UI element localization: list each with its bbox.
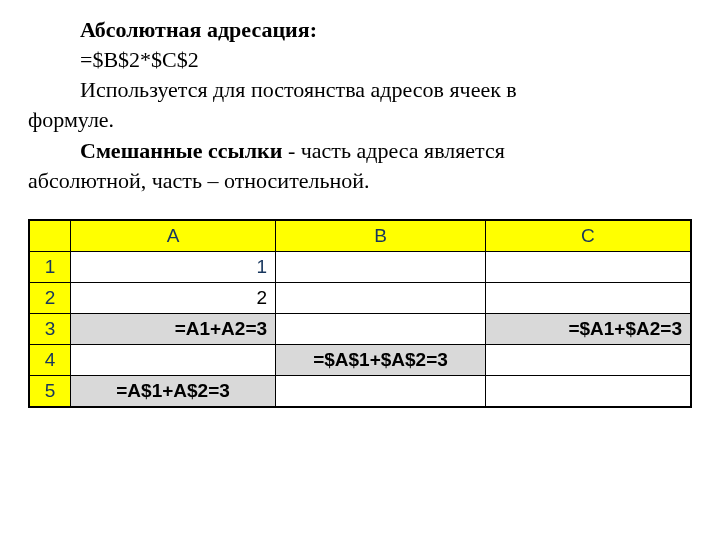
cell-A5: =A$1+A$2=3 xyxy=(71,375,276,406)
cell-C5 xyxy=(485,375,690,406)
row-header-1: 1 xyxy=(30,251,71,282)
cell-C4 xyxy=(485,344,690,375)
corner-cell xyxy=(30,220,71,251)
cell-B3 xyxy=(276,313,486,344)
cell-C1 xyxy=(485,251,690,282)
row-header-5: 5 xyxy=(30,375,71,406)
header-row: A B C xyxy=(30,220,691,251)
sample-formula: =$B$2*$C$2 xyxy=(28,46,692,74)
row-4: 4 =$A$1+$A$2=3 xyxy=(30,344,691,375)
cell-A2: 2 xyxy=(71,282,276,313)
col-header-C: C xyxy=(485,220,690,251)
spreadsheet: A B C 1 1 2 2 3 =A1+A2=3 =$A1+$A2=3 xyxy=(28,219,692,408)
row-3: 3 =A1+A2=3 =$A1+$A2=3 xyxy=(30,313,691,344)
row-header-2: 2 xyxy=(30,282,71,313)
cell-B4: =$A$1+$A$2=3 xyxy=(276,344,486,375)
body-line-2b: абсолютной, часть – относительной. xyxy=(28,167,692,195)
row-header-3: 3 xyxy=(30,313,71,344)
cell-A1: 1 xyxy=(71,251,276,282)
col-header-B: B xyxy=(276,220,486,251)
cell-B1 xyxy=(276,251,486,282)
cell-B5 xyxy=(276,375,486,406)
row-2: 2 2 xyxy=(30,282,691,313)
cell-B2 xyxy=(276,282,486,313)
cell-A3: =A1+A2=3 xyxy=(71,313,276,344)
body-line-1b: формуле. xyxy=(28,106,692,134)
heading-absolute-addressing: Абсолютная адресация: xyxy=(28,16,692,44)
body-line-1a: Используется для постоянства адресов яче… xyxy=(28,76,692,104)
body-line-2a: Смешанные ссылки - часть адреса является xyxy=(28,137,692,165)
cell-C3: =$A1+$A2=3 xyxy=(485,313,690,344)
col-header-A: A xyxy=(71,220,276,251)
row-header-4: 4 xyxy=(30,344,71,375)
row-1: 1 1 xyxy=(30,251,691,282)
row-5: 5 =A$1+A$2=3 xyxy=(30,375,691,406)
cell-A4 xyxy=(71,344,276,375)
cell-C2 xyxy=(485,282,690,313)
